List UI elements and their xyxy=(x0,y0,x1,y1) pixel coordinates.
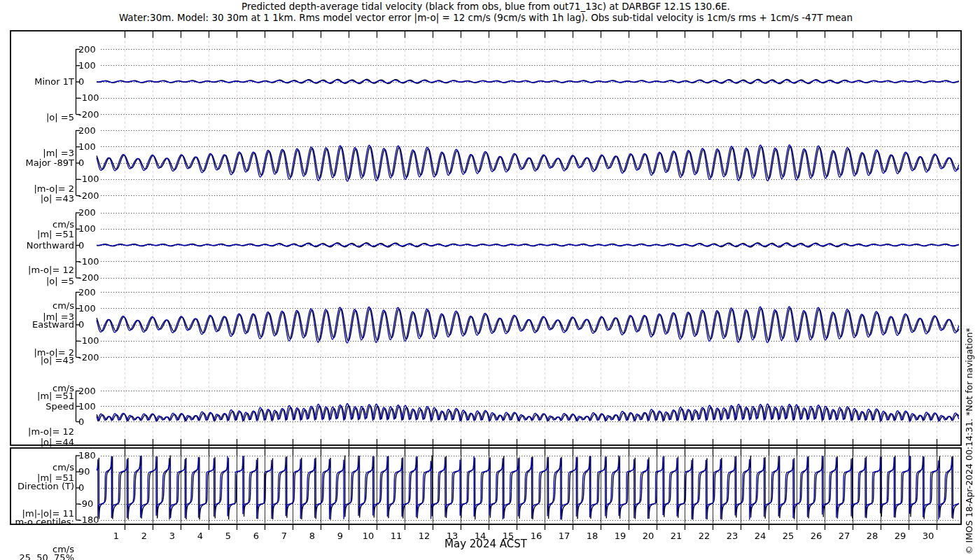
y-tick-label: 0 xyxy=(78,416,84,427)
watermark-text: © IMOS 18-Apr-2024 00:14:31. *Not for na… xyxy=(964,328,974,554)
x-day-label: 3 xyxy=(163,531,181,541)
y-tick-label: 200 xyxy=(78,287,96,298)
x-day-label: 5 xyxy=(219,531,237,541)
y-tick-label: -100 xyxy=(78,335,99,346)
x-day-label: 30 xyxy=(919,531,937,541)
x-day-label: 29 xyxy=(891,531,909,541)
x-day-label: 8 xyxy=(303,531,321,541)
panel-northward-obs-stat: |o| =5 xyxy=(10,275,74,287)
x-day-label: 18 xyxy=(583,531,601,541)
y-tick-label: 200 xyxy=(78,386,96,396)
panel-northward-title: Northward xyxy=(10,239,74,251)
y-tick-label: -180 xyxy=(78,514,99,525)
y-tick-label: -200 xyxy=(78,352,99,363)
y-tick-label: -200 xyxy=(78,272,99,283)
x-day-label: 7 xyxy=(275,531,293,541)
panel-minor-title: Minor 1T xyxy=(10,76,74,88)
panel-minor-obs-stat: |o| =5 xyxy=(10,111,74,123)
y-tick-label: -100 xyxy=(78,174,99,184)
x-day-label: 1 xyxy=(107,531,125,541)
x-day-label: 9 xyxy=(331,531,349,541)
x-day-label: 26 xyxy=(807,531,825,541)
panel-major-obs-stat: |o| =43 xyxy=(10,192,74,204)
y-tick-label: 90 xyxy=(78,466,90,477)
x-axis-label: May 2024 ACST xyxy=(416,538,556,550)
y-tick-label: 100 xyxy=(78,223,96,234)
x-day-label: 20 xyxy=(639,531,657,541)
y-tick-label: 0 xyxy=(78,158,84,168)
y-tick-label: 0 xyxy=(78,482,84,493)
panel-speed-obs-stat: |o| =44 xyxy=(10,436,74,448)
x-day-label: 10 xyxy=(359,531,377,541)
plot-canvas xyxy=(0,0,980,560)
x-day-label: 22 xyxy=(695,531,713,541)
x-day-label: 23 xyxy=(723,531,741,541)
x-day-label: 28 xyxy=(863,531,881,541)
y-tick-label: -100 xyxy=(78,256,99,267)
panel-eastward-obs-stat: |o| =43 xyxy=(10,354,74,366)
x-day-label: 24 xyxy=(751,531,769,541)
panel-major-title: Major -89T xyxy=(10,157,74,169)
x-day-label: 19 xyxy=(611,531,629,541)
panel-eastward-title: Eastward xyxy=(10,318,74,330)
x-day-label: 21 xyxy=(667,531,685,541)
x-day-label: 25 xyxy=(779,531,797,541)
y-tick-label: -200 xyxy=(78,190,99,201)
panel-direction-centiles-caption: m-o centiles: xyxy=(10,516,74,528)
y-tick-label: 200 xyxy=(78,125,96,136)
y-tick-label: 0 xyxy=(78,76,84,87)
y-tick-label: 200 xyxy=(78,44,96,55)
y-tick-label: 0 xyxy=(78,319,84,330)
x-day-label: 11 xyxy=(387,531,405,541)
tidal-velocity-figure: Predicted depth-average tidal velocity (… xyxy=(0,0,980,560)
y-tick-label: 100 xyxy=(78,303,96,314)
x-day-label: 17 xyxy=(555,531,573,541)
x-day-label: 27 xyxy=(835,531,853,541)
y-tick-label: 100 xyxy=(78,141,96,152)
y-tick-label: 100 xyxy=(78,60,96,71)
x-day-label: 2 xyxy=(135,531,153,541)
y-tick-label: 100 xyxy=(78,401,96,412)
y-tick-label: -100 xyxy=(78,92,99,103)
y-tick-label: -200 xyxy=(78,109,99,120)
panel-label-direction: Direction (T) m-o centiles: 25 50 75% -1… xyxy=(10,456,74,560)
y-tick-label: 180 xyxy=(78,450,96,461)
x-day-label: 6 xyxy=(247,531,265,541)
x-day-label: 4 xyxy=(191,531,209,541)
panel-direction-title: Direction (T) xyxy=(10,480,74,492)
panel-direction-centile-levels: 25 50 75% xyxy=(10,552,74,560)
panel-speed-title: Speed xyxy=(10,400,74,412)
y-tick-label: 0 xyxy=(78,240,84,251)
y-tick-label: 200 xyxy=(78,207,96,218)
y-tick-label: -90 xyxy=(78,498,93,509)
